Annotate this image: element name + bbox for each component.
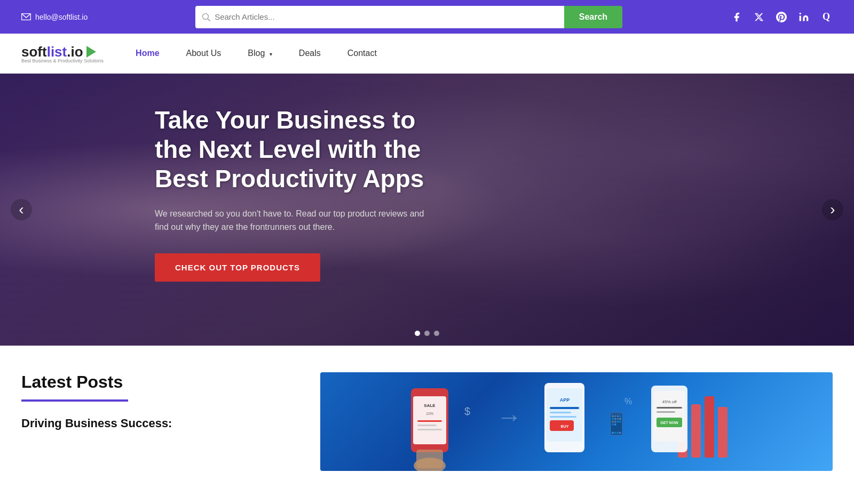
svg-rect-22 [691,404,701,458]
nav-links: Home About Us Blog ▾ Deals Contact [136,49,377,58]
nav-link-home[interactable]: Home [136,49,159,58]
pinterest-icon[interactable] [775,11,788,23]
svg-text:SALE: SALE [424,403,436,408]
svg-rect-9 [417,425,437,426]
posts-image-area: SALE 10% APP BUY 45% off [320,372,833,471]
hero-subtitle: We researched so you don't have to. Read… [155,207,427,234]
nav-bar: softlist.io Best Business & Productivity… [0,34,854,74]
svg-text:📱: 📱 [603,411,630,436]
search-input-wrapper [195,6,564,28]
hero-cta-button[interactable]: CHECK OUT TOP PRODUCTS [155,253,320,282]
logo-arrow [86,46,96,58]
posts-illustration: SALE 10% APP BUY 45% off [390,372,763,471]
quora-letter: Q [823,11,830,22]
search-area: Search [195,6,622,28]
nav-item-home[interactable]: Home [136,49,159,58]
svg-text:$: $ [464,405,470,417]
search-button[interactable]: Search [564,6,622,28]
search-input[interactable] [215,12,558,21]
latest-posts-title: Latest Posts [21,372,299,392]
svg-rect-12 [416,450,443,468]
latest-posts-underline [21,399,128,402]
svg-rect-14 [547,388,582,442]
hero-dot-2[interactable] [424,331,430,336]
hero-prev-button[interactable]: ‹ [11,199,32,220]
logo-subtitle: Best Business & Productivity Solutions [21,58,104,63]
blog-dropdown-icon: ▾ [270,51,272,57]
svg-rect-17 [550,412,571,413]
svg-rect-29 [657,411,675,413]
svg-text:→: → [496,403,522,431]
search-icon [202,13,210,21]
hero-section: ‹ Take Your Business to the Next Level w… [0,74,854,346]
hero-content: Take Your Business to the Next Level wit… [0,74,427,282]
svg-text:GET NOW: GET NOW [660,421,678,425]
svg-text:BUY: BUY [561,425,569,428]
nav-link-contact[interactable]: Contact [347,49,377,58]
svg-rect-24 [718,407,728,458]
nav-item-contact[interactable]: Contact [347,49,377,58]
logo[interactable]: softlist.io Best Business & Productivity… [21,44,104,63]
nav-link-deals[interactable]: Deals [299,49,321,58]
email-icon [21,13,31,20]
svg-point-3 [800,12,801,14]
email-text: hello@softlist.io [35,13,88,21]
bottom-section: Latest Posts Driving Business Success: S… [0,346,854,492]
nav-item-blog[interactable]: Blog ▾ [248,49,272,58]
nav-item-about[interactable]: About Us [186,49,222,58]
hero-dot-1[interactable] [415,331,420,336]
x-twitter-icon[interactable] [753,11,765,23]
top-bar: hello@softlist.io Search Q [0,0,854,34]
svg-rect-8 [417,420,442,422]
hero-next-button[interactable]: › [822,199,843,220]
svg-text:%: % [624,397,632,406]
quora-icon[interactable]: Q [820,11,833,23]
svg-text:APP: APP [560,397,570,403]
facebook-icon[interactable] [730,11,743,23]
svg-rect-18 [550,416,576,418]
hero-title: Take Your Business to the Next Level wit… [155,106,427,194]
nav-link-blog[interactable]: Blog ▾ [248,49,272,58]
svg-rect-28 [657,407,682,409]
latest-posts-subtitle: Driving Business Success: [21,417,299,430]
svg-rect-16 [550,407,579,409]
svg-rect-10 [417,429,442,430]
hero-dots [415,331,439,336]
linkedin-icon[interactable] [797,11,810,23]
nav-link-about[interactable]: About Us [186,49,222,58]
svg-line-2 [208,19,210,21]
nav-item-deals[interactable]: Deals [299,49,321,58]
email-contact: hello@softlist.io [21,13,88,21]
logo-text: softlist.io [21,44,83,60]
svg-rect-26 [653,391,685,442]
svg-text:45% off: 45% off [662,399,677,404]
latest-posts-section: Latest Posts Driving Business Success: [21,372,299,471]
svg-text:10%: 10% [426,412,433,415]
hero-dot-3[interactable] [434,331,439,336]
svg-rect-23 [705,396,714,458]
social-icons: Q [730,11,833,23]
